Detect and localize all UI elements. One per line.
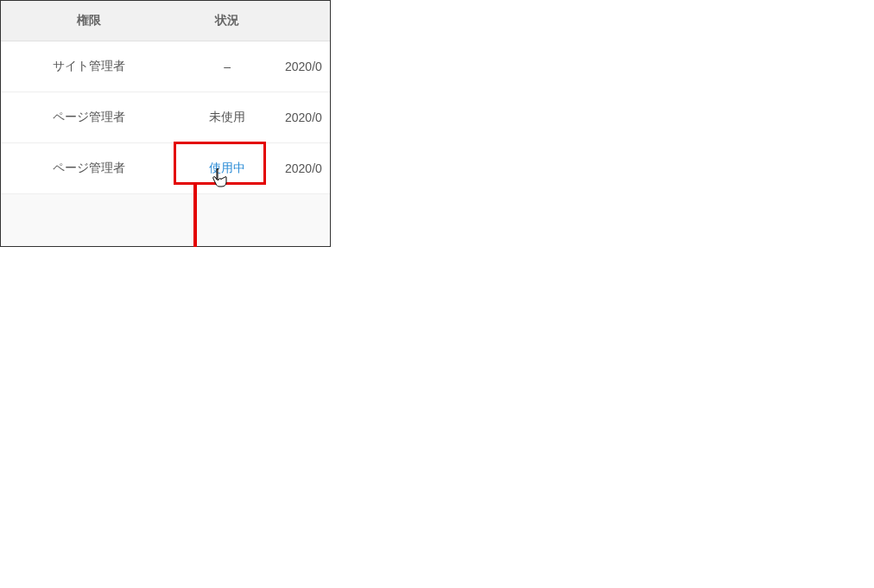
cell-role: ページ管理者 [1,143,176,194]
cell-status: 未使用 [176,92,278,143]
cell-role: サイト管理者 [1,41,176,92]
col-role: 権限 [1,1,176,41]
table-row-empty [1,194,330,246]
table-row: ページ管理者 使用中 2020/0 [1,143,330,194]
role-status-panel: 権限 状況 サイト管理者 – 2020/0 ページ管理者 未使用 2020/0 … [0,0,331,247]
cell-date: 2020/0 [278,41,330,92]
table-row: サイト管理者 – 2020/0 [1,41,330,92]
in-use-link[interactable]: 使用中 [209,161,245,174]
table-row: ページ管理者 未使用 2020/0 [1,92,330,143]
cell-role: ページ管理者 [1,92,176,143]
cell-status: – [176,41,278,92]
cell-date: 2020/0 [278,143,330,194]
col-status: 状況 [176,1,278,41]
cell-date: 2020/0 [278,92,330,143]
col-date [278,1,330,41]
role-status-table: 権限 状況 サイト管理者 – 2020/0 ページ管理者 未使用 2020/0 … [1,1,330,246]
